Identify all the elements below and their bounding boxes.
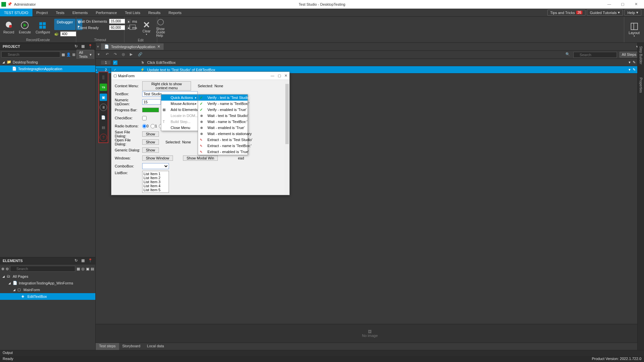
el-tool-1-icon[interactable]: ▦ [77, 267, 80, 271]
menu-quick-actions[interactable]: Quick Actions▸ [161, 95, 198, 101]
context-menu-button[interactable]: Right click to show context menu [142, 81, 191, 91]
help-button[interactable]: Help▾ [624, 9, 641, 16]
menu-tab-project[interactable]: Project [32, 9, 52, 16]
configure-button[interactable]: Configure [33, 20, 52, 35]
step-checkbox[interactable]: ✓ [113, 61, 117, 65]
rec-pause-icon[interactable]: ⏸ [100, 104, 107, 111]
submenu-item[interactable]: ✓Verify - text is 'Test Studio' [198, 95, 248, 101]
submenu-item[interactable]: Wait - name is 'TextBox:' [198, 119, 248, 125]
record-button[interactable]: Record [1, 20, 16, 35]
show-guide-help-button[interactable]: Show Guide Help [154, 17, 167, 38]
numeric-input[interactable] [142, 99, 161, 105]
elements-edittextbox[interactable]: ◈ EditTextBox [0, 293, 95, 300]
show-modal-button[interactable]: Show Modal Win [183, 155, 218, 161]
menu-mouse-actions[interactable]: Mouse Actions▸ [161, 101, 198, 107]
elements-page[interactable]: ◢ 📄 IntegrationTestingApp_WinForms [0, 280, 95, 286]
close-tab-icon[interactable]: ✕ [157, 44, 160, 49]
show-window-button[interactable]: Show Window [142, 155, 173, 161]
side-properties[interactable]: Properties [639, 78, 643, 93]
doc-tab[interactable]: 📄 TestIntegragtionApplication ✕ [101, 43, 164, 50]
submenu-item[interactable]: ✎Extract - text is 'Test Studio' [198, 137, 248, 143]
submenu-item[interactable]: Wait - enabled is 'True' [198, 125, 248, 131]
submenu-item[interactable]: ✓Verify - enabled is 'True' [198, 107, 248, 113]
menu-tab-tests[interactable]: Tests [52, 9, 69, 16]
menu-tab-test-studio[interactable]: TEST STUDIO [0, 9, 32, 16]
minimize-button[interactable]: — [603, 2, 616, 6]
save-show-button[interactable]: Show [142, 131, 159, 137]
collapse-icon[interactable]: ◢ [1, 61, 5, 64]
rec-doc-icon[interactable]: 📄 [100, 114, 107, 121]
tab-test-steps[interactable]: Test steps [96, 343, 119, 350]
client-ready-input[interactable] [109, 25, 125, 30]
elements-search-input[interactable] [10, 266, 75, 272]
tips-and-tricks-button[interactable]: Tips and Tricks 26 [547, 10, 586, 16]
menu-close[interactable]: Close Menu [161, 125, 198, 131]
project-tree-root[interactable]: ◢ 📁 DesktopTesting [0, 59, 95, 66]
rec-ts-icon[interactable]: TS [100, 84, 107, 91]
app-maximize-button[interactable]: ▢ [278, 74, 281, 78]
list-item[interactable]: List Item 3 [144, 180, 168, 184]
el-tool-3-icon[interactable]: ▣ [86, 267, 89, 271]
close-button[interactable]: ✕ [629, 2, 643, 6]
edit-icon[interactable]: ✎ [633, 60, 636, 65]
step-row-1[interactable]: 1 ✓ 🖱 Click EditTextBox ▾ ✎ 🗑 [96, 59, 644, 66]
redo-icon[interactable]: ↷ [114, 52, 119, 57]
elements-all-pages[interactable]: ◢🗂 All Pages [0, 273, 95, 280]
menu-tab-performance[interactable]: Performance [92, 9, 121, 16]
person-icon[interactable]: 👤 [66, 52, 71, 57]
open-show-button[interactable]: Show [142, 139, 159, 145]
wait-input[interactable] [109, 19, 125, 24]
add-icon[interactable]: ▦ [81, 44, 86, 49]
grid-icon[interactable]: ⊞ [72, 52, 75, 57]
layout-button[interactable]: Layout▾ [624, 17, 644, 42]
menu-tab-elements[interactable]: Elements [68, 9, 92, 16]
app-minimize-button[interactable]: — [271, 74, 274, 78]
output-panel[interactable]: Output [0, 350, 644, 356]
clear-button[interactable]: Clear▾ [140, 19, 153, 36]
mark-icon[interactable]: ◎ [122, 52, 127, 57]
menu-tab-reports[interactable]: Reports [165, 9, 186, 16]
submenu-item[interactable]: ✓Verify - name is 'TextBox:' [198, 101, 248, 107]
add-icon[interactable]: ▦ [81, 258, 86, 263]
list-item[interactable]: List Item 4 [144, 184, 168, 188]
execute-button[interactable]: Execute [17, 20, 33, 35]
generic-show-button[interactable]: Show [142, 147, 159, 153]
menu-tab-test-lists[interactable]: Test Lists [121, 9, 144, 16]
tab-storyboard[interactable]: Storyboard [119, 343, 144, 350]
tab-local-data[interactable]: Local data [144, 343, 167, 350]
run-step-icon[interactable]: ▶ [130, 52, 135, 57]
combobox[interactable] [142, 163, 169, 169]
edit-icon[interactable]: ✎ [633, 68, 636, 72]
debugger-button[interactable]: Debugger [54, 19, 76, 30]
submenu-item[interactable]: Wait - text is 'Test Studio' [198, 113, 248, 119]
list-item[interactable]: List Item 1 [144, 172, 168, 176]
rec-help-icon[interactable]: ? [100, 134, 107, 141]
menu-add-to-elements[interactable]: ⊞ Add to Elements... [161, 107, 198, 113]
el-tool-2-icon[interactable]: ◎ [81, 267, 85, 271]
submenu-item[interactable]: Wait - element is stationary [198, 131, 248, 137]
link-icon[interactable]: 🔗 [138, 52, 143, 57]
side-step-builder[interactable]: Step Builder [639, 46, 643, 64]
radio-0[interactable] [142, 124, 147, 128]
project-tree-test[interactable]: 📄 TestIntegragtionApplication [0, 66, 95, 72]
maximize-button[interactable]: ▢ [616, 2, 629, 6]
list-item[interactable]: List Item 5 [144, 188, 168, 192]
prev-icon[interactable]: ▾ [98, 52, 103, 57]
submenu-item[interactable]: ✎Extract - name is 'TextBox:' [198, 143, 248, 149]
doc-menu-icon[interactable]: ▾ [97, 44, 101, 49]
drag-handle-icon[interactable]: ⣿ [100, 74, 107, 81]
listbox[interactable]: List Item 1 List Item 2 List Item 3 List… [142, 171, 169, 193]
undo-icon[interactable]: ↶ [106, 52, 111, 57]
submenu-item[interactable]: ✎Extract - enabled is 'True' [198, 149, 248, 155]
guided-tutorials-button[interactable]: Guided Tutorials▾ [587, 9, 623, 16]
rec-layers-icon[interactable]: ▤ [100, 124, 107, 131]
expand-icon[interactable]: ▾ [629, 68, 631, 72]
el-tool-4-icon[interactable]: ▤ [91, 267, 94, 271]
app-close-button[interactable]: ✕ [284, 74, 287, 78]
menu-tab-results[interactable]: Results [144, 9, 165, 16]
project-search-input[interactable] [1, 51, 60, 57]
speed-input[interactable] [60, 31, 76, 36]
expand-icon[interactable]: ▾ [629, 60, 631, 65]
pin-icon[interactable]: 📍 [88, 44, 93, 49]
checkbox-input[interactable] [142, 116, 147, 120]
